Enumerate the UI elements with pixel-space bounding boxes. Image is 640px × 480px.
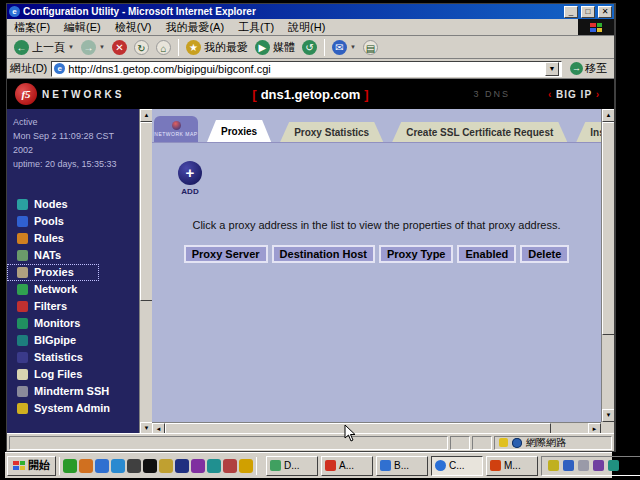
maximize-button[interactable]: □: [581, 6, 595, 18]
quick-launch-icon[interactable]: [191, 459, 205, 473]
scroll-up-icon[interactable]: ▲: [602, 109, 614, 122]
scrollbar-thumb[interactable]: [602, 122, 614, 335]
quick-launch-icon[interactable]: [175, 459, 189, 473]
mail-button[interactable]: ✉ ▼: [329, 39, 359, 56]
tray-icon[interactable]: [608, 460, 619, 471]
sidebar-item-label: BIGpipe: [34, 334, 76, 346]
add-proxy-button[interactable]: + ADD: [170, 161, 210, 196]
history-button[interactable]: ↺: [299, 39, 320, 56]
minimize-button[interactable]: _: [564, 6, 578, 18]
forward-button[interactable]: → ▼: [78, 39, 108, 56]
favorites-button[interactable]: ★ 我的最愛: [183, 39, 251, 56]
menu-tools[interactable]: 工具(T): [231, 19, 281, 36]
tray-icon[interactable]: [563, 460, 574, 471]
task-button[interactable]: D...: [266, 456, 318, 476]
menu-view[interactable]: 檢視(V): [108, 19, 159, 36]
task-label: A...: [339, 460, 354, 471]
column-header-enabled[interactable]: Enabled: [457, 245, 516, 263]
back-button[interactable]: ← 上一頁 ▼: [11, 39, 77, 56]
status-datetime: Mon Sep 2 11:09:28 CST 2002: [13, 130, 133, 158]
quick-launch-icon[interactable]: [127, 459, 141, 473]
sidebar-nav: Nodes Pools Rules NATs Proxies Network F…: [7, 196, 139, 417]
quick-launch-icon[interactable]: [143, 459, 157, 473]
start-button[interactable]: 開始: [7, 456, 56, 476]
forward-dropdown-icon[interactable]: ▼: [99, 44, 105, 50]
back-dropdown-icon[interactable]: ▼: [68, 44, 74, 50]
sidebar-item-pools[interactable]: Pools: [7, 213, 139, 230]
column-header-proxy-server[interactable]: Proxy Server: [184, 245, 268, 263]
tray-icon[interactable]: [593, 460, 604, 471]
sidebar-item-label: Monitors: [34, 317, 80, 329]
column-header-proxy-type[interactable]: Proxy Type: [379, 245, 454, 263]
task-button-active[interactable]: C...: [431, 456, 483, 476]
address-dropdown-icon[interactable]: ▼: [545, 62, 559, 76]
task-button[interactable]: A...: [321, 456, 373, 476]
quick-launch-icon[interactable]: [79, 459, 93, 473]
menu-file[interactable]: 檔案(F): [7, 19, 57, 36]
sidebar-item-label: Statistics: [34, 351, 83, 363]
task-button[interactable]: M...: [486, 456, 538, 476]
menu-favorites[interactable]: 我的最愛(A): [158, 19, 231, 36]
refresh-button[interactable]: ↻: [131, 39, 152, 56]
sidebar-item-label: Filters: [34, 300, 67, 312]
home-button[interactable]: ⌂: [153, 39, 174, 56]
sidebar-item-log-files[interactable]: Log Files: [7, 366, 139, 383]
quick-launch-icon[interactable]: [63, 459, 77, 473]
system-tray: 上午 11:00: [541, 456, 640, 476]
stop-button[interactable]: ✕: [109, 39, 130, 56]
close-button[interactable]: ✕: [598, 6, 612, 18]
quick-launch-icon[interactable]: [159, 459, 173, 473]
quick-launch-icon[interactable]: [111, 459, 125, 473]
quick-launch-icon[interactable]: [223, 459, 237, 473]
status-pane: [472, 436, 492, 450]
sidebar-item-bigpipe[interactable]: BIGpipe: [7, 332, 139, 349]
media-button[interactable]: ▶ 媒體: [252, 39, 298, 56]
ie-window-icon: e: [9, 6, 20, 17]
home-icon: ⌂: [156, 40, 171, 55]
address-label: 網址(D): [10, 61, 47, 76]
product-bigip[interactable]: ‹ BIG IP ›: [548, 89, 600, 100]
menu-help[interactable]: 說明(H): [281, 19, 332, 36]
sidebar: Active Mon Sep 2 11:09:28 CST 2002 uptim…: [7, 109, 139, 435]
sidebar-item-nodes[interactable]: Nodes: [7, 196, 139, 213]
network-map-button[interactable]: NETWORK MAP: [154, 116, 198, 142]
quick-launch-icon[interactable]: [95, 459, 109, 473]
sidebar-scrollbar[interactable]: ▲ ▼: [139, 109, 152, 435]
column-header-destination-host[interactable]: Destination Host: [272, 245, 375, 263]
print-button[interactable]: ▤: [360, 39, 381, 56]
back-icon: ←: [14, 40, 29, 55]
pools-icon: [17, 216, 28, 227]
task-label: M...: [504, 460, 521, 471]
tab-create-ssl-certificate-request[interactable]: Create SSL Certificate Request: [392, 122, 567, 142]
sidebar-item-mindterm-ssh[interactable]: Mindterm SSH: [7, 383, 139, 400]
task-button[interactable]: B...: [376, 456, 428, 476]
tab-proxy-statistics[interactable]: Proxy Statistics: [280, 122, 383, 142]
sidebar-item-network[interactable]: Network: [7, 281, 139, 298]
mark-left: ‹: [548, 89, 552, 100]
tray-icon[interactable]: [548, 460, 559, 471]
address-input[interactable]: [68, 63, 542, 75]
stop-icon: ✕: [112, 40, 127, 55]
ie-throbber: [578, 19, 614, 35]
status-message-pane: [9, 436, 448, 450]
main-vertical-scrollbar[interactable]: ▲ ▼: [601, 109, 614, 422]
menu-edit[interactable]: 編輯(E): [57, 19, 108, 36]
quick-launch-icon[interactable]: [239, 459, 253, 473]
sidebar-item-system-admin[interactable]: System Admin: [7, 400, 139, 417]
tab-proxies[interactable]: Proxies: [207, 120, 271, 142]
tray-icon[interactable]: [578, 460, 589, 471]
go-button[interactable]: → 移至: [566, 61, 611, 76]
sidebar-item-filters[interactable]: Filters: [7, 298, 139, 315]
sidebar-item-nats[interactable]: NATs: [7, 247, 139, 264]
column-header-delete[interactable]: Delete: [520, 245, 569, 263]
scroll-down-icon[interactable]: ▼: [602, 409, 614, 422]
product-3dns[interactable]: 3 DNS: [473, 89, 510, 99]
title-bar[interactable]: e Configuration Utility - Microsoft Inte…: [7, 4, 614, 19]
quick-launch-icon[interactable]: [207, 459, 221, 473]
sidebar-item-rules[interactable]: Rules: [7, 230, 139, 247]
sidebar-item-monitors[interactable]: Monitors: [7, 315, 139, 332]
sidebar-item-proxies[interactable]: Proxies: [7, 264, 99, 281]
sidebar-item-statistics[interactable]: Statistics: [7, 349, 139, 366]
windows-flag-icon: [590, 23, 602, 32]
mail-dropdown-icon[interactable]: ▼: [350, 44, 356, 50]
